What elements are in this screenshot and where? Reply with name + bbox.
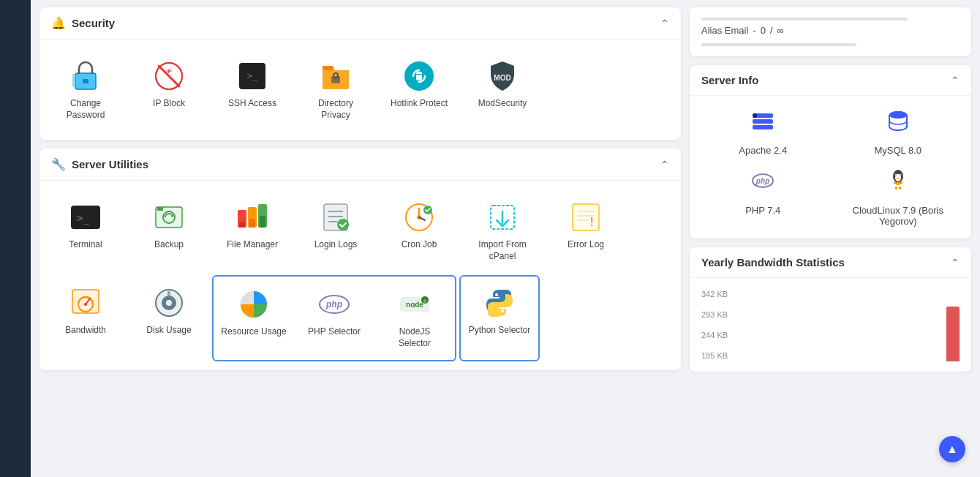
change-password-label: Change Password: [53, 98, 118, 121]
server-info-collapse[interactable]: ⌃: [951, 75, 960, 86]
utility-nodejs-selector[interactable]: node ® NodeJS Selector: [374, 277, 455, 359]
alias-bar-bottom: [701, 43, 856, 46]
svg-point-70: [895, 174, 896, 175]
svg-point-71: [900, 174, 900, 175]
server-utilities-title: 🔧 Server Utilities: [51, 157, 148, 171]
file-manager-icon: [235, 200, 270, 235]
security-item-ip-block[interactable]: IP IP Block: [129, 48, 209, 131]
server-info-php: php PHP 7.4: [701, 168, 825, 227]
svg-text:>_: >_: [77, 212, 89, 225]
security-card: 🔔 Security ⌃ Change P: [39, 7, 681, 140]
resource-usage-icon: [236, 287, 271, 322]
right-panel: Alias Email - 0 / ∞ Server Info ⌃: [690, 7, 971, 470]
login-logs-label: Login Logs: [314, 239, 358, 251]
bw-label-3: 195 KB: [701, 351, 728, 360]
selector-group: Resource Usage php PHP Selector: [212, 275, 456, 361]
python-selector-label: Python Selector: [469, 325, 531, 337]
php-selector-icon: php: [317, 287, 352, 322]
bandwidth-title: Yearly Bandwidth Statistics: [701, 256, 845, 268]
utility-login-logs[interactable]: Login Logs: [295, 189, 376, 272]
utility-error-log[interactable]: ! Error Log: [546, 189, 626, 272]
cloudlinux-icon: [885, 168, 911, 199]
server-info-mysql: MySQL 8.0: [837, 108, 960, 156]
bandwidth-collapse[interactable]: ⌃: [951, 257, 960, 268]
svg-rect-22: [239, 222, 245, 228]
utility-import-cpanel[interactable]: Import From cPanel: [462, 189, 543, 272]
security-item-modsecurity[interactable]: MOD ModSecurity: [462, 48, 543, 131]
bandwidth-bar: [946, 307, 960, 361]
utility-python-selector[interactable]: Python Selector: [459, 275, 540, 361]
alias-separator: -: [753, 25, 755, 36]
cloudlinux-label: CloudLinux 7.9 (Boris Yegorov): [837, 205, 960, 227]
sidebar: [0, 0, 31, 477]
svg-rect-36: [573, 204, 599, 230]
hotlink-protect-label: Hotlink Protect: [391, 98, 448, 110]
security-item-hotlink-protect[interactable]: Hotlink Protect: [379, 48, 459, 131]
terminal-label: Terminal: [69, 239, 102, 251]
modsecurity-label: ModSecurity: [478, 98, 527, 110]
utility-cron-job[interactable]: Cron Job: [379, 189, 459, 272]
svg-rect-24: [260, 216, 265, 228]
svg-rect-72: [895, 187, 897, 189]
utility-backup[interactable]: Backup: [129, 189, 209, 272]
file-manager-label: File Manager: [227, 239, 278, 251]
directory-privacy-icon: [318, 59, 353, 94]
server-info-cloudlinux: CloudLinux 7.9 (Boris Yegorov): [837, 168, 960, 227]
python-selector-icon: [482, 285, 517, 320]
disk-usage-label: Disk Usage: [146, 325, 191, 337]
svg-point-56: [495, 293, 498, 296]
server-utilities-grid: >_ Terminal: [39, 181, 681, 369]
svg-rect-10: [331, 76, 340, 83]
bell-icon: 🔔: [51, 16, 66, 30]
utility-file-manager[interactable]: File Manager: [212, 189, 293, 272]
main-content: 🔔 Security ⌃ Change P: [31, 0, 980, 477]
server-info-label: Server Info: [701, 74, 758, 86]
bw-label-1: 293 KB: [701, 310, 728, 319]
utility-bandwidth[interactable]: Bandwidth: [45, 275, 126, 361]
utility-php-selector[interactable]: php PHP Selector: [294, 277, 374, 359]
php-label: PHP 7.4: [745, 205, 780, 216]
server-info-header: Server Info ⌃: [690, 65, 971, 96]
login-logs-icon: [318, 200, 353, 235]
bandwidth-section: 342 KB 293 KB 244 KB 195 KB: [690, 278, 971, 372]
apache-icon: [750, 108, 776, 139]
svg-point-47: [166, 300, 172, 306]
svg-point-29: [337, 219, 349, 230]
cron-label: Cron Job: [402, 239, 437, 251]
svg-text:php: php: [755, 177, 769, 185]
ssh-access-label: SSH Access: [228, 98, 276, 110]
modsecurity-icon: MOD: [485, 59, 520, 94]
ssh-access-icon: >_: [235, 59, 270, 94]
utility-terminal[interactable]: >_ Terminal: [45, 189, 126, 272]
mysql-icon: [885, 108, 911, 139]
alias-section: Alias Email - 0 / ∞: [690, 7, 971, 56]
bw-label-0: 342 KB: [701, 290, 728, 298]
svg-text:>_: >_: [247, 71, 258, 81]
security-item-directory-privacy[interactable]: Directory Privacy: [295, 48, 376, 131]
security-grid: Change Password IP IP Block: [39, 40, 681, 140]
backup-label: Backup: [154, 239, 184, 251]
import-cpanel-icon: [485, 200, 520, 235]
server-info-apache: Apache 2.4: [701, 108, 825, 156]
scroll-top-button[interactable]: ▲: [939, 436, 965, 462]
security-item-change-password[interactable]: Change Password: [45, 48, 126, 131]
security-collapse[interactable]: ⌃: [660, 18, 669, 29]
directory-privacy-label: Directory Privacy: [303, 98, 369, 121]
change-password-icon: [68, 59, 103, 94]
import-cpanel-label: Import From cPanel: [470, 239, 535, 262]
bandwidth-y-axis: 342 KB 293 KB 244 KB 195 KB: [701, 288, 728, 361]
bandwidth-header: Yearly Bandwidth Statistics ⌃: [690, 247, 971, 278]
alias-row: Alias Email - 0 / ∞: [701, 25, 960, 36]
resource-usage-label: Resource Usage: [221, 326, 286, 338]
alias-value: 0: [761, 25, 766, 36]
svg-text:php: php: [325, 299, 342, 309]
utility-disk-usage[interactable]: Disk Usage: [129, 275, 209, 361]
server-utilities-card: 🔧 Server Utilities ⌃ >_ Terminal: [39, 149, 681, 369]
disk-usage-icon: [151, 285, 186, 320]
security-item-ssh-access[interactable]: >_ SSH Access: [212, 48, 293, 131]
utility-resource-usage[interactable]: Resource Usage: [214, 277, 294, 359]
svg-text:!: !: [590, 216, 593, 228]
security-label: Security: [72, 17, 115, 29]
ip-block-label: IP Block: [153, 98, 185, 110]
server-utilities-collapse[interactable]: ⌃: [660, 159, 669, 170]
